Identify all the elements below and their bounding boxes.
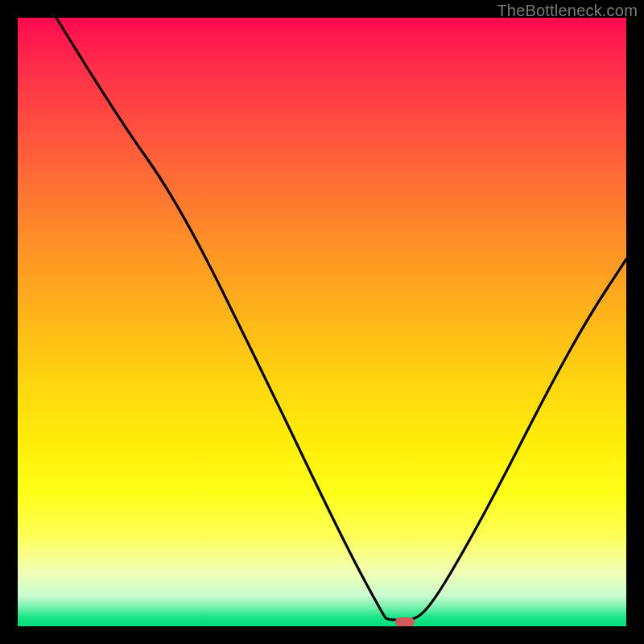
watermark-text: TheBottleneck.com [497, 2, 638, 20]
plot-area [18, 18, 626, 626]
bottleneck-curve [18, 18, 626, 626]
optimal-marker [395, 617, 415, 626]
chart-frame: TheBottleneck.com [0, 0, 644, 644]
